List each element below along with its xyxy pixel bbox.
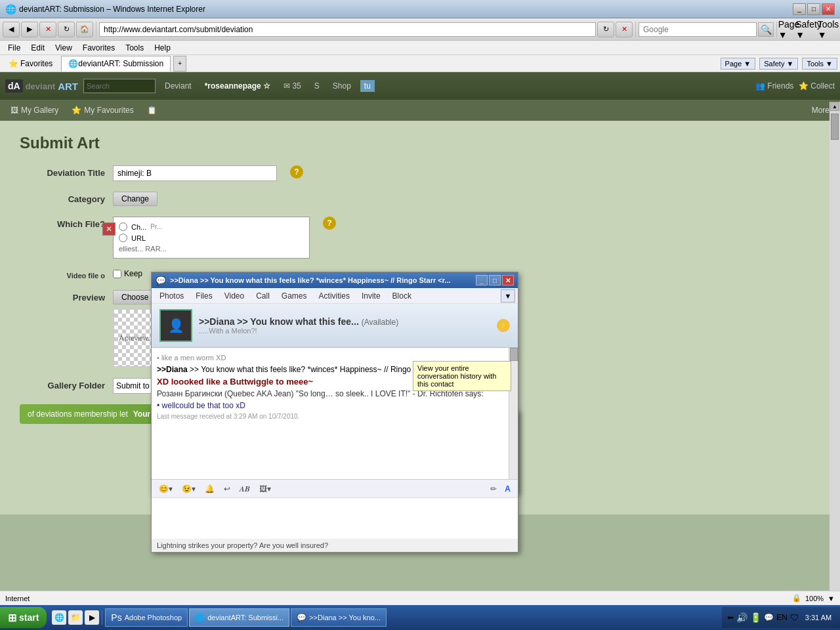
start-button[interactable]: ⊞ start xyxy=(0,607,47,628)
scroll-thumb[interactable] xyxy=(510,348,518,361)
help-icon-file[interactable]: ? xyxy=(323,217,336,230)
status-bar: Internet 🔒 100% ▼ xyxy=(0,591,840,605)
nav-messages[interactable]: ✉ 35 xyxy=(280,80,305,92)
msn-send-controls: ✏ A xyxy=(487,483,514,495)
msn-menu-call[interactable]: Call xyxy=(251,290,275,302)
chat-message-5: • wellcould be that too xD xyxy=(157,401,513,410)
subnav-favourites[interactable]: ⭐ My Favourites xyxy=(66,103,138,117)
msn-image-button[interactable]: 🖼▾ xyxy=(256,483,274,495)
tray-msn-icon[interactable]: 💬 xyxy=(764,613,774,622)
msn-menu-video[interactable]: Video xyxy=(219,290,249,302)
msn-undo-button[interactable]: ↩ xyxy=(220,483,234,495)
deviantart-subnav: 🖼 My Gallery ⭐ My Favourites 📋 More xyxy=(0,100,840,121)
nav-tu-badge[interactable]: tu xyxy=(360,80,375,92)
clock[interactable]: 3:31 AM xyxy=(802,614,835,621)
menu-favorites[interactable]: Favorites xyxy=(77,42,120,54)
taskbar-item-msn[interactable]: 💬 >>Diana >> You kno... xyxy=(291,608,387,627)
close-x-icon[interactable]: ✕ xyxy=(102,222,116,236)
quick-launch-folder[interactable]: 📁 xyxy=(68,610,83,625)
msn-minimize-button[interactable]: _ xyxy=(476,275,488,285)
deviation-title-input[interactable] xyxy=(113,165,277,181)
deviation-title-row: Deviation Title ? xyxy=(20,165,820,181)
back-button[interactable]: ◀ xyxy=(3,22,20,37)
tray-icon-1[interactable]: ⬅ xyxy=(727,613,734,622)
help-icon-title[interactable]: ? xyxy=(290,165,303,178)
radio-upload-1[interactable] xyxy=(119,222,127,231)
search-button[interactable]: 🔍 xyxy=(758,22,774,37)
page-title: Submit Art xyxy=(20,134,820,152)
nav-roseannepage[interactable]: *roseannepage ☆ xyxy=(201,80,274,92)
refresh-button[interactable]: ↻ xyxy=(58,22,75,37)
menu-file[interactable]: File xyxy=(3,42,26,54)
home-button[interactable]: 🏠 xyxy=(76,22,93,37)
keep-label: Keep xyxy=(124,269,142,278)
deviantart-search[interactable] xyxy=(83,79,156,93)
subnav-gallery[interactable]: 🖼 My Gallery xyxy=(5,103,64,117)
scroll-thumb-page[interactable] xyxy=(831,114,839,140)
page-scrollbar[interactable]: ▲ ▼ xyxy=(830,102,840,605)
close-button[interactable]: ✕ xyxy=(822,3,835,15)
msn-menu-activities[interactable]: Activities xyxy=(314,290,355,302)
quick-launch-ie[interactable]: 🌐 xyxy=(52,610,66,625)
tray-network-icon[interactable]: 🔊 xyxy=(736,612,747,623)
tools-dropdown[interactable]: Tools ▼ xyxy=(802,58,837,70)
toolbar-separator-2 xyxy=(635,22,636,37)
msn-nudge-icon[interactable]: ⚡ xyxy=(497,319,510,332)
active-tab[interactable]: 🌐 deviantART: Submission xyxy=(61,56,171,72)
collect-link[interactable]: ⭐ Collect xyxy=(799,81,835,91)
restore-button[interactable]: □ xyxy=(807,3,820,15)
msn-pencil-button[interactable]: ✏ xyxy=(487,483,500,495)
upload-option-2: URL xyxy=(119,234,304,242)
tray-security-icon[interactable]: 🛡 xyxy=(790,612,799,623)
tools-menu-button[interactable]: Tools ▼ xyxy=(819,20,837,39)
msn-color-button[interactable]: A xyxy=(501,483,514,495)
msn-nudge-button[interactable]: 🔔 xyxy=(201,483,218,495)
page-dropdown[interactable]: Page ▼ xyxy=(721,58,756,70)
quick-launch: 🌐 📁 ▶ xyxy=(49,610,102,625)
delete-button[interactable]: ✕ xyxy=(616,22,633,37)
safety-menu-button[interactable]: Safety ▼ xyxy=(799,20,818,39)
address-bar-input[interactable] xyxy=(99,22,596,37)
msn-wink-button[interactable]: 😉▾ xyxy=(178,483,199,495)
msn-close-button[interactable]: ✕ xyxy=(502,275,514,285)
menu-edit[interactable]: Edit xyxy=(26,42,50,54)
tray-volume-icon[interactable]: 🔋 xyxy=(750,612,761,623)
nav-deviant[interactable]: Deviant xyxy=(161,80,196,92)
msn-menu-block[interactable]: Block xyxy=(387,290,417,302)
forward-button[interactable]: ▶ xyxy=(21,22,38,37)
msn-format-button[interactable]: 𝑨𝑩 xyxy=(236,483,253,495)
subnav-extra[interactable]: 📋 xyxy=(142,103,162,117)
system-tray: ⬅ 🔊 🔋 💬 EN 🛡 3:31 AM xyxy=(722,607,840,628)
menu-view[interactable]: View xyxy=(50,42,77,54)
menu-tools[interactable]: Tools xyxy=(120,42,149,54)
msn-menu-photos[interactable]: Photos xyxy=(154,290,189,302)
tray-lang-icon[interactable]: EN xyxy=(776,613,788,622)
new-tab-button[interactable]: + xyxy=(173,56,186,72)
taskbar-item-deviantart[interactable]: 🌐 deviantART: Submissi... xyxy=(189,608,289,627)
stop-button[interactable]: ✕ xyxy=(39,22,56,37)
scroll-up-arrow[interactable]: ▲ xyxy=(830,102,839,111)
msn-restore-button[interactable]: □ xyxy=(489,275,501,285)
keep-checkbox[interactable] xyxy=(113,270,121,278)
safety-dropdown[interactable]: Safety ▼ xyxy=(759,58,798,70)
nav-s[interactable]: S xyxy=(310,80,324,92)
nav-shop[interactable]: Shop xyxy=(329,80,355,92)
taskbar-item-photoshop[interactable]: Ps Adobe Photoshop xyxy=(105,608,188,627)
msn-text-input[interactable] xyxy=(152,498,518,539)
zoom-dropdown[interactable]: ▼ xyxy=(828,595,835,602)
search-input[interactable] xyxy=(639,22,757,37)
msn-toolbar-options-button[interactable]: ▼ xyxy=(501,289,515,303)
radio-upload-2[interactable] xyxy=(119,234,127,242)
favorites-label[interactable]: ⭐ Favorites xyxy=(3,57,58,70)
msn-menu-files[interactable]: Files xyxy=(190,290,217,302)
msn-menu-invite[interactable]: Invite xyxy=(356,290,386,302)
menu-help[interactable]: Help xyxy=(149,42,176,54)
toolbar-separator xyxy=(96,22,96,37)
msn-menu-games[interactable]: Games xyxy=(276,290,312,302)
msn-emoticon-button[interactable]: 😊▾ xyxy=(156,483,176,495)
minimize-button[interactable]: _ xyxy=(793,3,806,15)
quick-launch-media[interactable]: ▶ xyxy=(85,610,99,625)
refresh-go-button[interactable]: ↻ xyxy=(597,22,614,37)
friends-link[interactable]: 👥 Friends xyxy=(755,81,793,91)
change-category-button[interactable]: Change xyxy=(113,192,158,206)
